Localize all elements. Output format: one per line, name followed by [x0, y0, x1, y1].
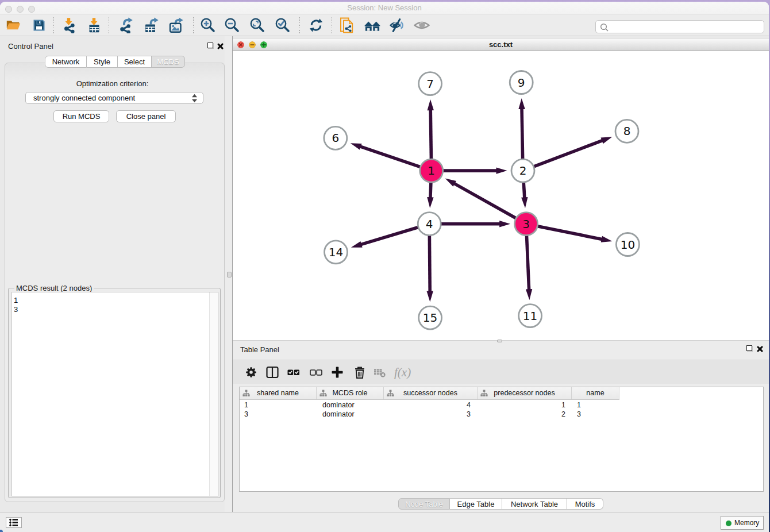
- hide-selected-icon[interactable]: [390, 17, 406, 33]
- table-row-3[interactable]: 3dominator323: [240, 410, 619, 419]
- export-image-icon[interactable]: [168, 17, 184, 33]
- column-type-icon: [480, 390, 488, 397]
- control-tab-style[interactable]: Style: [87, 56, 118, 68]
- column-header-shared-name[interactable]: shared name: [240, 387, 317, 399]
- node-label-9: 9: [518, 76, 525, 90]
- node-label-6: 6: [332, 131, 339, 145]
- edge-2-8[interactable]: [523, 140, 603, 171]
- cell-shared-name[interactable]: 1: [240, 400, 317, 410]
- run-mcds-button[interactable]: Run MCDS: [53, 110, 109, 122]
- float-panel-icon[interactable]: [207, 43, 213, 48]
- dropdown-value: strongly connected component: [33, 94, 135, 102]
- search-box[interactable]: [595, 20, 764, 33]
- table-row-1[interactable]: 1dominator411: [240, 400, 619, 410]
- optimization-criterion-select[interactable]: strongly connected component: [25, 92, 203, 104]
- zoom-fit-icon[interactable]: [249, 17, 265, 33]
- memory-label: Memory: [734, 519, 759, 527]
- cell-successor-nodes[interactable]: 3: [384, 410, 478, 419]
- first-neighbors-icon[interactable]: [364, 17, 380, 33]
- table-tab-network-table[interactable]: Network Table: [502, 498, 567, 510]
- new-network-from-selection-icon[interactable]: [339, 17, 355, 33]
- edge-3-1[interactable]: [454, 183, 526, 224]
- import-table-icon[interactable]: [86, 17, 102, 33]
- task-list-icon: [6, 518, 21, 527]
- network-window-title: scc.txt: [233, 38, 769, 51]
- close-panel-icon[interactable]: [217, 43, 224, 49]
- app-window: Session: New Session: [0, 2, 769, 532]
- arrowhead-4-3: [499, 221, 510, 227]
- table-header-row: shared nameMCDS rolesuccessor nodesprede…: [240, 387, 619, 400]
- control-tab-mcds[interactable]: MCDS: [152, 56, 185, 68]
- table-tab-edge-table[interactable]: Edge Table: [450, 498, 502, 510]
- column-header-successor-nodes[interactable]: successor nodes: [384, 387, 478, 399]
- open-session-icon[interactable]: [5, 17, 21, 33]
- show-all-icon[interactable]: [414, 17, 430, 33]
- deselect-all-icon[interactable]: [309, 365, 324, 380]
- network-graph[interactable]: 7968124314101511: [233, 51, 769, 340]
- table-tab-node-table[interactable]: Node Table: [398, 498, 450, 510]
- titlebar[interactable]: Session: New Session: [0, 2, 769, 14]
- mcds-result-item[interactable]: 3: [12, 305, 218, 314]
- mcds-result-list[interactable]: 13: [11, 292, 218, 496]
- cell-name[interactable]: 1: [572, 400, 619, 410]
- network-close-icon[interactable]: [237, 41, 244, 48]
- node-label-14: 14: [329, 245, 343, 259]
- control-tab-select[interactable]: Select: [118, 56, 152, 68]
- network-minimize-icon[interactable]: [249, 41, 256, 48]
- horizontal-divider-handle[interactable]: [497, 340, 502, 342]
- cell-MCDS-role[interactable]: dominator: [317, 410, 384, 419]
- arrowhead-2-3: [521, 197, 528, 208]
- table-float-icon[interactable]: [746, 345, 752, 351]
- refresh-view-icon[interactable]: [308, 17, 324, 33]
- zoom-out-icon[interactable]: [224, 17, 240, 33]
- node-table[interactable]: shared nameMCDS rolesuccessor nodesprede…: [239, 387, 764, 492]
- window-title: Session: New Session: [0, 2, 769, 14]
- network-window-titlebar[interactable]: scc.txt: [233, 38, 769, 51]
- network-maximize-icon[interactable]: [260, 41, 267, 48]
- control-tab-network[interactable]: Network: [45, 56, 87, 68]
- control-panel: Control Panel NetworkStyleSelectMCDS Opt…: [0, 36, 225, 512]
- table-tabs: Node TableEdge TableNetwork TableMotifs: [398, 498, 603, 510]
- network-canvas[interactable]: 7968124314101511: [233, 51, 769, 340]
- select-all-icon[interactable]: [286, 365, 301, 380]
- cell-shared-name[interactable]: 3: [240, 410, 317, 419]
- table-settings-icon[interactable]: [244, 365, 259, 380]
- column-header-name[interactable]: name: [572, 387, 619, 399]
- import-network-icon[interactable]: [61, 17, 78, 33]
- vertical-split-divider[interactable]: [225, 36, 233, 512]
- zoom-selected-icon[interactable]: [275, 17, 291, 33]
- export-network-icon[interactable]: [118, 17, 134, 33]
- control-panel-tabs: NetworkStyleSelectMCDS: [45, 56, 185, 68]
- arrowhead-1-6: [351, 143, 362, 150]
- table-panel-title: Table Panel: [240, 345, 279, 354]
- column-header-MCDS-role[interactable]: MCDS role: [317, 387, 384, 399]
- cell-name[interactable]: 3: [572, 410, 619, 419]
- save-session-icon[interactable]: [31, 17, 47, 33]
- toolbar-separator: [109, 17, 109, 33]
- cell-predecessor-nodes[interactable]: 2: [478, 410, 572, 419]
- zoom-in-icon[interactable]: [200, 17, 216, 33]
- add-column-icon[interactable]: [330, 365, 345, 380]
- mcds-result-title: MCDS result (2 nodes): [14, 284, 94, 292]
- mcds-result-item[interactable]: 1: [12, 296, 218, 305]
- result-scrollbar[interactable]: [209, 292, 218, 496]
- arrowhead-3-11: [526, 289, 532, 300]
- delete-columns-icon[interactable]: [352, 365, 367, 380]
- cell-successor-nodes[interactable]: 4: [384, 400, 478, 410]
- toggle-panes-icon[interactable]: [265, 365, 280, 380]
- status-bar: Memory: [0, 512, 769, 532]
- task-history-button[interactable]: [6, 517, 22, 528]
- search-input[interactable]: [611, 21, 760, 32]
- vertical-divider-handle[interactable]: [227, 272, 232, 277]
- column-header-predecessor-nodes[interactable]: predecessor nodes: [478, 387, 572, 399]
- export-table-icon[interactable]: [143, 17, 159, 33]
- arrowhead-4-14: [351, 241, 363, 248]
- cell-predecessor-nodes[interactable]: 1: [478, 400, 572, 410]
- table-close-icon[interactable]: [756, 345, 763, 352]
- cell-MCDS-role[interactable]: dominator: [317, 400, 384, 410]
- column-label: successor nodes: [403, 389, 457, 397]
- table-tab-motifs[interactable]: Motifs: [567, 498, 603, 510]
- memory-button[interactable]: Memory: [721, 516, 764, 530]
- close-panel-button[interactable]: Close panel: [116, 110, 176, 122]
- toolbar-separator: [332, 17, 332, 33]
